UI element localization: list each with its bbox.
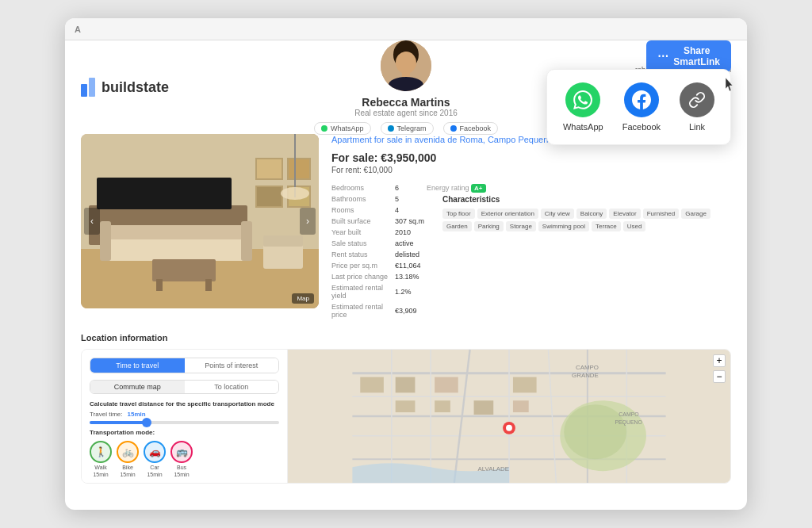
share-smartlink-button[interactable]: ⋯ Share SmartLink — [646, 40, 731, 72]
agent-name: Rebecca Martins — [362, 96, 450, 109]
image-next-button[interactable]: › — [300, 208, 316, 235]
facebook-label: Facebook — [622, 122, 661, 132]
svg-rect-29 — [205, 279, 212, 291]
char-tag: Used — [623, 221, 646, 231]
bike-icon: 🚲 — [117, 441, 139, 463]
tab-time-to-travel[interactable]: Time to travel — [90, 358, 185, 373]
char-tag: Exterior orientation — [477, 209, 538, 219]
whatsapp-label: WhatsApp — [563, 122, 603, 132]
cursor-icon — [726, 78, 735, 92]
image-prev-button[interactable]: ‹ — [84, 208, 100, 235]
char-tag: Top floor — [442, 209, 475, 219]
property-image: ‹ › Map — [81, 134, 319, 308]
location-tabs: Time to travel Points of interest — [90, 358, 279, 373]
logo: buildstate — [81, 78, 169, 97]
main-content: ‹ › Map Apartment for sale in avenida de… — [81, 134, 731, 319]
contact-facebook[interactable]: Facebook — [443, 122, 499, 135]
location-content: Time to travel Points of interest Commut… — [81, 349, 731, 484]
location-panel: Time to travel Points of interest Commut… — [82, 350, 288, 483]
calc-label: Calculate travel distance for the specif… — [90, 400, 279, 407]
whatsapp-dot-icon — [321, 125, 327, 132]
location-section: Location information Time to travel Poin… — [81, 333, 731, 484]
svg-rect-49 — [435, 400, 450, 412]
characteristics-panel: Characteristics Top floorExterior orient… — [442, 195, 731, 231]
char-tag: Parking — [474, 221, 504, 231]
property-details: Apartment for sale in avenida de Roma, C… — [331, 134, 731, 319]
header-wrapper: buildstate — [81, 53, 731, 134]
char-tag: Garden — [442, 221, 472, 231]
svg-rect-50 — [474, 400, 494, 415]
svg-rect-47 — [396, 400, 416, 412]
logo-icon — [81, 78, 97, 97]
share-option-whatsapp[interactable]: WhatsApp — [563, 82, 603, 132]
sub-tab-to-location[interactable]: To location — [185, 381, 279, 393]
transport-modes: 🚶 Walk 15min 🚲 Bike 15min 🚗 Car 1 — [90, 441, 279, 477]
char-tag: Garage — [681, 209, 710, 219]
map-view-button[interactable]: Map — [292, 293, 314, 304]
svg-rect-16 — [257, 187, 282, 206]
share-icon: ⋯ — [657, 50, 668, 63]
contact-telegram[interactable]: Telegram — [380, 122, 433, 135]
transport-bus[interactable]: 🚌 Bus 15min — [170, 441, 193, 477]
share-option-facebook[interactable]: Facebook — [622, 82, 661, 132]
char-tag: Storage — [506, 221, 536, 231]
transport-bike[interactable]: 🚲 Bike 15min — [117, 441, 139, 477]
svg-rect-46 — [396, 377, 416, 392]
share-option-link[interactable]: Link — [680, 82, 714, 132]
contact-whatsapp[interactable]: WhatsApp — [314, 122, 371, 135]
property-price-rent: For rent: €10,000 — [331, 166, 731, 174]
agent-title: Real estate agent since 2016 — [354, 109, 458, 117]
table-row: Bathrooms 5 Characteristics Top floorExt… — [331, 193, 731, 205]
screen-container: A buildstate — [65, 18, 747, 510]
svg-rect-22 — [241, 221, 252, 261]
transport-label: Transportation mode: — [90, 429, 279, 436]
svg-rect-27 — [152, 259, 216, 281]
walk-icon: 🚶 — [90, 441, 112, 463]
map-zoom-out-button[interactable]: − — [713, 370, 726, 383]
table-row: Bedrooms 6 Energy rating A+ — [331, 182, 731, 193]
sub-tab-commute-map[interactable]: Commute map — [90, 381, 185, 393]
svg-point-54 — [506, 425, 512, 431]
transport-car[interactable]: 🚗 Car 15min — [144, 441, 166, 477]
svg-rect-48 — [435, 377, 458, 392]
details-table: Bedrooms 6 Energy rating A+ Bathrooms 5 … — [331, 182, 731, 320]
facebook-dot-icon — [450, 125, 457, 132]
travel-time-slider[interactable] — [90, 421, 279, 424]
link-share-icon — [680, 82, 714, 117]
char-tags: Top floorExterior orientationCity viewBa… — [442, 209, 731, 231]
property-photo — [81, 134, 319, 308]
svg-point-44 — [564, 404, 626, 459]
whatsapp-share-icon — [565, 82, 600, 117]
share-popup: WhatsApp Facebook — [546, 69, 731, 145]
slider-thumb — [142, 418, 151, 427]
content-area: buildstate — [65, 40, 747, 510]
logo-text: buildstate — [102, 79, 169, 96]
tab-points-of-interest[interactable]: Points of interest — [185, 358, 279, 373]
travel-time-value: 15min — [128, 411, 146, 418]
svg-text:CAMPO: CAMPO — [576, 363, 599, 370]
location-sub-tabs: Commute map To location — [90, 380, 279, 394]
telegram-dot-icon — [387, 125, 393, 132]
char-tag: Elevator — [609, 209, 640, 219]
svg-rect-12 — [257, 159, 282, 178]
map-zoom-in-button[interactable]: + — [713, 354, 726, 367]
transport-walk[interactable]: 🚶 Walk 15min — [90, 441, 112, 477]
property-price-sale: For sale: €3,950,000 — [331, 151, 731, 164]
map-area[interactable]: CAMPO GRANDE ALVALADE CAMPO PEQUENO + − — [288, 350, 730, 483]
char-tag: Balcony — [576, 209, 607, 219]
svg-point-4 — [396, 52, 416, 74]
svg-rect-28 — [156, 279, 163, 291]
agent-avatar — [381, 40, 431, 91]
char-tag: City view — [541, 209, 574, 219]
svg-text:ALVALADE: ALVALADE — [477, 465, 509, 473]
bus-icon: 🚌 — [170, 441, 193, 463]
svg-rect-45 — [360, 377, 384, 392]
facebook-share-icon — [624, 82, 659, 117]
app-letter: A — [75, 25, 81, 34]
svg-rect-10 — [97, 178, 232, 209]
top-bar: A — [65, 18, 747, 40]
char-title: Characteristics — [442, 195, 731, 204]
link-label: Link — [689, 122, 705, 132]
svg-rect-51 — [513, 377, 537, 392]
travel-time-row: Travel time: 15min — [90, 411, 279, 418]
